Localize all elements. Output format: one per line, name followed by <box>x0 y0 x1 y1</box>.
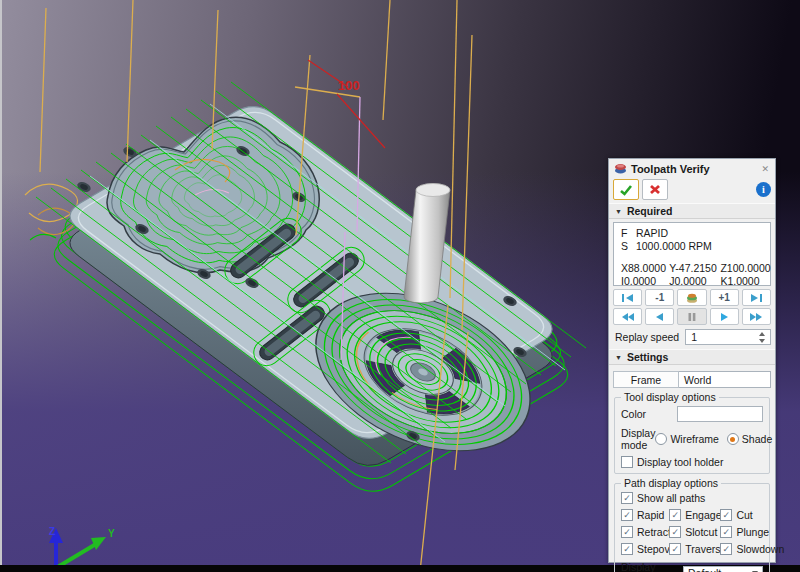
color-input[interactable] <box>677 406 763 422</box>
settings-section-header[interactable]: ▼ Settings <box>609 349 775 365</box>
fast-forward-button[interactable] <box>742 308 771 325</box>
rapid-checkbox[interactable]: ✓Rapid <box>621 509 669 521</box>
play-button[interactable] <box>710 308 739 325</box>
speed-label: S <box>621 240 633 253</box>
replay-speed-value: 1 <box>686 331 756 343</box>
info-icon: i <box>762 184 765 195</box>
info-button[interactable]: i <box>756 182 771 197</box>
height-annotation-label: 100 <box>338 78 360 93</box>
wireframe-radio[interactable]: Wireframe <box>655 433 718 445</box>
frame-button[interactable]: Frame <box>613 371 679 388</box>
dialog-toolbar: i <box>609 178 775 203</box>
checkbox-checked-icon: ✓ <box>669 526 681 538</box>
coordinate-readout: X88.0000 Y-47.2150 Z100.0000 I0.0000 J0.… <box>621 262 763 288</box>
path-display-options-group: Path display options ✓ Show all paths ✓R… <box>614 483 770 572</box>
step-controls: -1 +1 <box>613 289 771 306</box>
accept-button[interactable] <box>613 179 639 200</box>
path-display-options-title: Path display options <box>621 477 721 489</box>
speed-value: 1000.0000 RPM <box>636 240 712 253</box>
i-value: 0.0000 <box>624 275 656 287</box>
checkbox-checked-icon: ✓ <box>621 509 633 521</box>
axis-z-label: Z <box>49 526 55 537</box>
layers-icon <box>686 293 698 303</box>
shade-radio[interactable]: Shade <box>727 433 772 445</box>
go-to-end-button[interactable] <box>742 289 771 306</box>
path-display-mode-label: Display mode <box>621 561 683 572</box>
checkbox-checked-icon: ✓ <box>720 543 732 555</box>
retract-checkbox[interactable]: ✓Retract <box>621 526 669 538</box>
checkbox-checked-icon: ✓ <box>669 509 681 521</box>
height-annotation: 100 <box>308 60 385 148</box>
viewport-left-border <box>0 0 2 565</box>
toolpath-verify-icon <box>614 163 627 174</box>
path-display-mode-dropdown[interactable]: Default <box>683 566 763 572</box>
checkbox-checked-icon: ✓ <box>621 543 633 555</box>
collapse-icon: ▼ <box>615 354 622 361</box>
feed-label: F <box>621 227 633 240</box>
step-back-button[interactable]: -1 <box>645 289 674 306</box>
play-controls <box>613 308 771 325</box>
dialog-titlebar[interactable]: Toolpath Verify ✕ <box>609 159 775 178</box>
spin-down-icon[interactable] <box>759 339 765 343</box>
required-section-label: Required <box>627 205 673 217</box>
replay-speed-label: Replay speed <box>615 331 679 343</box>
k-value: 1.0000 <box>727 275 759 287</box>
spinner-arrows[interactable] <box>756 332 770 343</box>
skip-start-icon <box>621 293 635 303</box>
cancel-button[interactable] <box>642 179 668 200</box>
checkbox-checked-icon: ✓ <box>621 526 633 538</box>
x-value: 88.0000 <box>628 262 666 274</box>
cross-icon <box>649 184 661 195</box>
current-block-button[interactable] <box>677 289 706 306</box>
checkbox-checked-icon: ✓ <box>669 543 681 555</box>
j-value: 0.0000 <box>675 275 707 287</box>
radio-icon <box>655 433 667 445</box>
skip-end-icon <box>749 293 763 303</box>
checkbox-checked-icon: ✓ <box>720 526 732 538</box>
step-forward-button[interactable]: +1 <box>710 289 739 306</box>
fast-forward-icon <box>749 312 763 322</box>
required-section-header[interactable]: ▼ Required <box>609 203 775 219</box>
traversal-checkbox[interactable]: ✓Traversal <box>669 543 720 555</box>
slowdown-checkbox[interactable]: ✓Slowdown <box>720 543 763 555</box>
toolpath-verify-dialog: Toolpath Verify ✕ i ▼ Required F RAPID <box>608 158 776 563</box>
fast-rewind-icon <box>621 312 635 322</box>
play-backward-icon <box>654 312 666 322</box>
collapse-icon: ▼ <box>615 208 622 215</box>
path-type-checkbox-grid: ✓Rapid ✓Engage ✓Cut ✓Retract ✓Slotcut ✓P… <box>621 509 763 555</box>
checkbox-checked-icon: ✓ <box>720 509 732 521</box>
slotcut-checkbox[interactable]: ✓Slotcut <box>669 526 720 538</box>
y-value: -47.2150 <box>675 262 716 274</box>
plunge-checkbox[interactable]: ✓Plunge <box>720 526 763 538</box>
replay-speed-input[interactable]: 1 <box>685 329 771 345</box>
dialog-title: Toolpath Verify <box>631 163 756 175</box>
tool-display-options-group: Tool display options Color Display mode … <box>614 397 770 474</box>
block-data-readout: F RAPID S 1000.0000 RPM X88.0000 Y-47.21… <box>613 222 771 286</box>
show-all-paths-checkbox[interactable]: ✓ Show all paths <box>621 492 705 504</box>
spin-up-icon[interactable] <box>759 332 765 336</box>
axis-y-label: Y <box>108 528 115 539</box>
replay-speed-row: Replay speed 1 <box>615 329 771 345</box>
stepover-checkbox[interactable]: ✓Stepover <box>621 543 669 555</box>
cut-checkbox[interactable]: ✓Cut <box>720 509 763 521</box>
frame-value-input[interactable]: World <box>679 371 771 388</box>
feed-value: RAPID <box>636 227 668 240</box>
color-label: Color <box>621 408 677 420</box>
pause-button[interactable] <box>677 308 706 325</box>
z-value: 100.0000 <box>727 262 771 274</box>
settings-section-label: Settings <box>627 351 668 363</box>
play-backward-button[interactable] <box>645 308 674 325</box>
tool-display-options-title: Tool display options <box>621 391 719 403</box>
engage-checkbox[interactable]: ✓Engage <box>669 509 720 521</box>
tool-display-mode-label: Display mode <box>621 427 655 451</box>
checkbox-unchecked-icon <box>621 456 633 468</box>
check-icon <box>619 184 633 196</box>
close-icon[interactable]: ✕ <box>760 164 770 174</box>
display-tool-holder-checkbox[interactable]: Display tool holder <box>621 456 723 468</box>
play-icon <box>718 312 730 322</box>
go-to-start-button[interactable] <box>613 289 642 306</box>
pause-icon <box>687 312 697 322</box>
fast-rewind-button[interactable] <box>613 308 642 325</box>
checkbox-checked-icon: ✓ <box>621 492 633 504</box>
frame-row: Frame World <box>613 371 771 388</box>
